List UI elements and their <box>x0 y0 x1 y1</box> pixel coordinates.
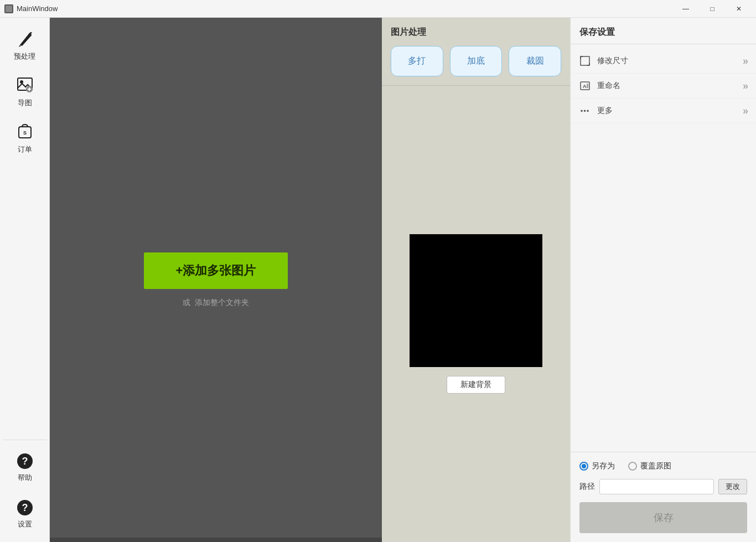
add-folder-link[interactable]: 添加整个文件夹 <box>195 298 249 308</box>
sidebar-label-settings: 设置 <box>18 519 32 529</box>
sidebar-item-help[interactable]: ? 帮助 <box>3 446 47 490</box>
path-label: 路径 <box>579 482 595 492</box>
crop-circle-button[interactable]: 裁圆 <box>509 46 561 76</box>
close-button[interactable]: ✕ <box>726 0 752 18</box>
svg-text:?: ? <box>22 502 28 513</box>
sidebar-label-import: 导图 <box>18 98 32 108</box>
sidebar-item-orders[interactable]: S 订单 <box>3 116 47 161</box>
sidebar-label-orders: 订单 <box>18 144 32 154</box>
titlebar-title: MainWindow <box>17 4 58 13</box>
titlebar-controls: — □ ✕ <box>673 0 752 18</box>
settings-arrow-resize: » <box>743 55 748 67</box>
radio-overwrite[interactable]: 覆盖原图 <box>628 461 671 471</box>
radio-label-save-as: 另存为 <box>592 461 615 471</box>
settings-label-resize: 修改尺寸 <box>597 56 743 66</box>
sidebar-item-preprocess[interactable]: 预处理 <box>3 23 47 68</box>
new-bg-button[interactable]: 新建背景 <box>447 376 505 394</box>
svg-rect-19 <box>587 84 588 88</box>
rename-icon: A <box>578 79 592 92</box>
add-images-button[interactable]: +添加多张图片 <box>144 252 288 289</box>
settings-item-more[interactable]: ••• 更多 » <box>571 99 756 123</box>
drop-scrollbar[interactable] <box>50 538 382 542</box>
multi-print-button[interactable]: 多打 <box>391 46 443 76</box>
titlebar: MainWindow — □ ✕ <box>0 0 756 18</box>
sidebar-item-settings[interactable]: ? 设置 <box>3 492 47 536</box>
app-icon <box>4 4 13 13</box>
svg-rect-12 <box>581 56 589 65</box>
radio-circle-save-as <box>579 462 588 471</box>
app-body: 预处理 导图 S <box>0 18 756 542</box>
sidebar: 预处理 导图 S <box>0 18 50 542</box>
radio-label-overwrite: 覆盖原图 <box>640 461 671 471</box>
middle-panel: 图片处理 多打 加底 裁圆 新建背景 <box>382 18 570 542</box>
maximize-button[interactable]: □ <box>700 0 725 18</box>
path-change-button[interactable]: 更改 <box>718 479 747 494</box>
radio-save-as[interactable]: 另存为 <box>579 461 615 471</box>
save-settings-panel: 保存设置 修改尺寸 » <box>570 18 756 542</box>
resize-icon <box>578 54 592 68</box>
path-row: 路径 更改 <box>579 479 747 494</box>
save-bottom: 另存为 覆盖原图 路径 更改 保存 <box>571 452 756 542</box>
sidebar-item-import[interactable]: 导图 <box>3 70 47 114</box>
image-processing-section: 图片处理 多打 加底 裁圆 <box>382 18 570 86</box>
settings-label-rename: 重命名 <box>597 81 743 91</box>
add-bottom-button[interactable]: 加底 <box>450 46 503 76</box>
settings-arrow-rename: » <box>743 80 748 92</box>
svg-text:?: ? <box>22 456 28 467</box>
preview-area: 新建背景 <box>382 86 570 542</box>
svg-point-2 <box>20 80 23 84</box>
svg-text:A: A <box>583 84 587 89</box>
save-settings-title: 保存设置 <box>571 18 756 44</box>
radio-circle-overwrite <box>628 462 637 471</box>
preview-black-box <box>410 234 542 367</box>
save-button[interactable]: 保存 <box>579 502 747 533</box>
help-icon: ? <box>17 453 33 469</box>
shop-icon: S <box>15 122 34 141</box>
sidebar-label-preprocess: 预处理 <box>14 51 35 61</box>
settings-arrow-more: » <box>743 105 748 117</box>
image-processing-title: 图片处理 <box>391 27 561 38</box>
process-buttons: 多打 加底 裁圆 <box>391 46 561 76</box>
svg-text:S: S <box>23 130 26 136</box>
path-input[interactable] <box>599 479 714 494</box>
radio-dot-save-as <box>582 464 586 468</box>
settings-icon: ? <box>17 499 33 516</box>
settings-list: 修改尺寸 » A 重命名 » ••• <box>571 44 756 252</box>
drop-area: +添加多张图片 或 添加整个文件夹 <box>50 18 382 542</box>
titlebar-left: MainWindow <box>4 4 58 13</box>
pen-icon <box>15 29 34 48</box>
more-icon: ••• <box>578 104 592 117</box>
sidebar-bottom: ? 帮助 ? 设置 <box>3 440 47 542</box>
settings-item-rename[interactable]: A 重命名 » <box>571 74 756 99</box>
or-row: 或 添加整个文件夹 <box>183 298 249 308</box>
svg-rect-0 <box>6 6 12 12</box>
settings-item-resize[interactable]: 修改尺寸 » <box>571 49 756 74</box>
import-icon <box>15 76 34 95</box>
or-text: 或 <box>183 298 190 308</box>
save-radio-row: 另存为 覆盖原图 <box>579 461 747 471</box>
sidebar-main: 预处理 导图 S <box>3 23 47 440</box>
sidebar-label-help: 帮助 <box>18 473 32 483</box>
minimize-button[interactable]: — <box>673 0 698 18</box>
settings-label-more: 更多 <box>597 106 743 116</box>
